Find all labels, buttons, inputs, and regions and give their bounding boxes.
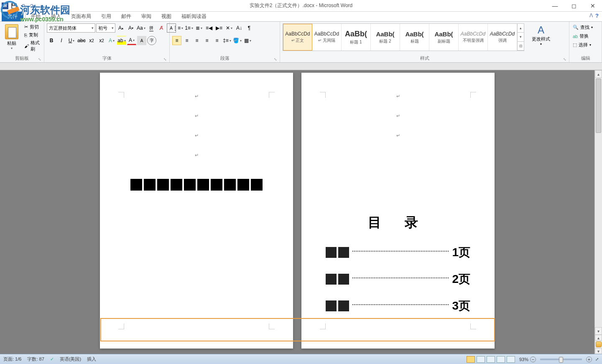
format-painter-button[interactable]: 🖌格式刷 xyxy=(23,39,41,53)
zoom-out-button[interactable]: − xyxy=(530,356,536,362)
maximize-button[interactable]: ◻ xyxy=(564,0,583,12)
help-icon[interactable]: ? xyxy=(595,13,599,19)
find-button[interactable]: 🔍查找▾ xyxy=(572,23,594,31)
paragraph-mark-icon: ↵ xyxy=(321,94,474,99)
gallery-down-icon[interactable]: ▾ xyxy=(518,33,524,41)
font-size-combo[interactable]: 初号 xyxy=(96,23,115,33)
status-mode[interactable]: 插入 xyxy=(87,356,96,362)
tab-layout[interactable]: 页面布局 xyxy=(66,12,96,21)
paste-button[interactable]: 粘贴 ▾ xyxy=(3,23,21,51)
underline-button[interactable]: U xyxy=(67,36,76,45)
style-nospacing[interactable]: AaBbCcDd↵ 无间隔 xyxy=(312,24,342,51)
page-1[interactable]: ↵ ↵ ↵ ↵ xyxy=(100,73,293,349)
tab-review[interactable]: 审阅 xyxy=(136,12,156,21)
outline-view-button[interactable] xyxy=(497,356,505,363)
bullets-button[interactable]: ⋮≡ xyxy=(172,23,184,33)
zoom-in-button[interactable]: + xyxy=(586,356,592,362)
close-button[interactable]: ✕ xyxy=(583,0,602,12)
select-button[interactable]: ⬚选择▾ xyxy=(572,41,592,49)
minimize-ribbon-icon[interactable]: ᐱ xyxy=(589,13,593,19)
status-language[interactable]: 英语(美国) xyxy=(60,356,81,362)
draft-view-button[interactable] xyxy=(507,356,515,363)
italic-button[interactable]: I xyxy=(57,36,66,45)
change-case-button[interactable]: Aa xyxy=(136,23,146,33)
styles-launcher-icon[interactable]: ⤡ xyxy=(563,57,566,61)
titlebar: W 💾 ↶ ↷ ▾ 实验文件2（正式文件）.docx - Microsoft W… xyxy=(0,0,602,12)
replace-button[interactable]: ab替换 xyxy=(572,32,589,40)
borders-button[interactable]: ▦ xyxy=(243,36,252,45)
subscript-button[interactable]: x2 xyxy=(87,36,96,45)
minimize-button[interactable]: — xyxy=(546,0,564,12)
clipboard-group-label: 剪贴板 xyxy=(15,56,29,61)
clear-formatting-button[interactable]: A̸ xyxy=(157,23,166,33)
justify-button[interactable]: ≡ xyxy=(202,36,212,45)
font-name-combo[interactable]: 方正胖娃简体 xyxy=(47,23,95,33)
zoom-level[interactable]: 93% xyxy=(519,357,528,362)
clipboard-launcher-icon[interactable]: ⤡ xyxy=(38,57,41,61)
align-right-button[interactable]: ≡ xyxy=(192,36,202,45)
zoom-slider[interactable] xyxy=(540,359,582,360)
bold-button[interactable]: B xyxy=(47,36,56,45)
tab-mailings[interactable]: 邮件 xyxy=(116,12,136,21)
decrease-indent-button[interactable]: ≡◀ xyxy=(204,23,214,33)
asian-layout-button[interactable]: ✕ xyxy=(224,23,234,33)
footer-area-highlight[interactable] xyxy=(100,318,495,341)
scroll-down-icon[interactable]: ▾ xyxy=(595,327,602,335)
strikethrough-button[interactable]: abc xyxy=(77,36,86,45)
shrink-font-button[interactable]: A▾ xyxy=(126,23,135,33)
print-layout-view-button[interactable] xyxy=(467,356,475,363)
align-left-button[interactable]: ≡ xyxy=(172,36,181,45)
style-subtitle[interactable]: AaBb(副标题 xyxy=(429,24,459,51)
scroll-thumb[interactable] xyxy=(596,79,601,133)
vertical-scrollbar[interactable]: ▴ ▾ ▴ ▾ xyxy=(594,70,602,354)
font-launcher-icon[interactable]: ⤡ xyxy=(163,57,167,61)
object-browse-icon[interactable] xyxy=(596,341,602,347)
distribute-button[interactable]: ≡ xyxy=(212,36,222,45)
numbering-button[interactable]: 1≡ xyxy=(184,23,194,33)
style-heading1[interactable]: AaBb(标题 1 xyxy=(342,24,371,51)
text-effects-button[interactable]: A xyxy=(107,36,116,45)
paste-label: 粘贴 xyxy=(7,40,16,46)
copy-button[interactable]: ⎘复制 xyxy=(23,31,41,38)
tab-view[interactable]: 视图 xyxy=(156,12,176,21)
spellcheck-icon[interactable]: ✓ xyxy=(50,356,54,362)
tab-references[interactable]: 引用 xyxy=(96,12,116,21)
gallery-more-icon[interactable]: ⊟ xyxy=(518,42,524,51)
change-styles-button[interactable]: A 更改样式 ▾ xyxy=(528,23,554,47)
font-color-button[interactable]: A xyxy=(127,36,136,45)
style-heading2[interactable]: AaBb(标题 2 xyxy=(371,24,400,51)
paragraph-launcher-icon[interactable]: ⤡ xyxy=(274,57,277,61)
next-page-icon[interactable]: ▾ xyxy=(595,348,602,354)
prev-page-icon[interactable]: ▴ xyxy=(595,335,602,341)
cut-button[interactable]: ✂剪切 xyxy=(23,23,41,31)
status-words[interactable]: 字数: 87 xyxy=(27,356,44,362)
scroll-up-icon[interactable]: ▴ xyxy=(595,70,602,78)
char-shading-button[interactable]: A xyxy=(137,36,146,45)
increase-indent-button[interactable]: ▶≡ xyxy=(214,23,224,33)
line-spacing-button[interactable]: ‡≡ xyxy=(222,36,232,45)
style-emphasis[interactable]: AaBbCcDd强调 xyxy=(488,24,517,51)
web-view-button[interactable] xyxy=(487,356,495,363)
highlight-button[interactable]: ab xyxy=(117,36,126,45)
paragraph-mark-icon: ↵ xyxy=(120,133,273,138)
style-subtle-emphasis[interactable]: AaBbCcDd不明显强调 xyxy=(459,24,488,51)
phonetic-button[interactable]: 拼 xyxy=(147,23,156,33)
margin-mark-icon xyxy=(269,92,275,98)
fullscreen-view-button[interactable] xyxy=(477,356,485,363)
status-page[interactable]: 页面: 1/6 xyxy=(3,356,21,362)
zoom-dialog-icon[interactable]: ⤢ xyxy=(595,357,599,361)
gallery-up-icon[interactable]: ▴ xyxy=(518,24,524,33)
style-normal[interactable]: AaBbCcDd↵ 正文 xyxy=(283,24,312,51)
horizontal-ruler[interactable] xyxy=(0,63,602,70)
style-title[interactable]: AaBb(标题 xyxy=(400,24,429,51)
multilevel-button[interactable]: ≣ xyxy=(194,23,204,33)
enclose-char-button[interactable]: 字 xyxy=(147,36,156,45)
show-marks-button[interactable]: ¶ xyxy=(245,23,254,33)
grow-font-button[interactable]: A▴ xyxy=(116,23,125,33)
superscript-button[interactable]: x2 xyxy=(97,36,106,45)
sort-button[interactable]: A↓ xyxy=(235,23,244,33)
shading-button[interactable]: 🪣 xyxy=(232,36,242,45)
align-center-button[interactable]: ≡ xyxy=(182,36,191,45)
page-2[interactable]: ↵ ↵ ↵ 目 录 1页 2页 3页 xyxy=(301,73,495,349)
tab-foxit[interactable]: 福昕阅读器 xyxy=(176,12,212,21)
